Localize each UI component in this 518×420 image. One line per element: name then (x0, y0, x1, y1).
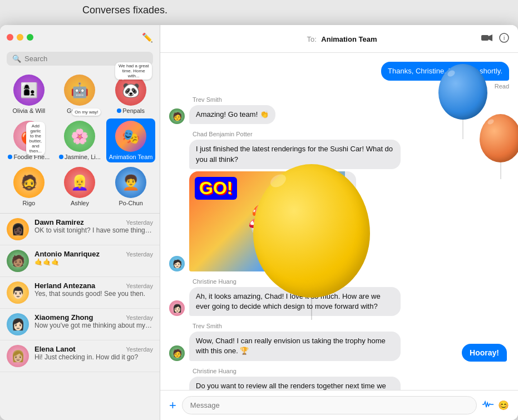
read-label: Read (169, 83, 509, 90)
bubble-christine-1: Ah, it looks amazing, Chad! I love it so… (189, 287, 401, 316)
app-window: ✏️ 🔍 👩‍👦 Olivia & Will 🤖 (0, 25, 518, 420)
sender-name-christine-1: Christine Huang (193, 278, 509, 285)
convo-avatar-antonio: 🧑🏽 (7, 250, 29, 272)
sushi-car-emoji: 🍣 (243, 198, 291, 244)
compose-button[interactable]: ✏️ (142, 32, 153, 43)
minimize-button[interactable] (17, 34, 23, 41)
convo-name-antonio: Antonio Manriquez (34, 250, 100, 258)
msg-avatar-trev: 🧑 (169, 108, 185, 124)
jasmine-bubble: On my way! (72, 108, 101, 116)
convo-name-xiaomeng: Xiaomeng Zhong (34, 313, 93, 322)
pinned-item-po-chun[interactable]: 🧑‍🦱 Po-Chun (106, 165, 155, 209)
convo-item-dawn[interactable]: 👩🏿 Dawn Ramirez Yesterday OK to visit to… (0, 214, 160, 245)
convo-item-herland[interactable]: 👨🏻 Herland Antezana Yesterday Yes, that … (0, 277, 160, 309)
sticker-z: Zz (309, 172, 330, 194)
convo-time-elena: Yesterday (126, 346, 153, 353)
convo-preview-dawn: OK to visit tonight? I have some things … (34, 226, 153, 234)
traffic-lights (7, 34, 33, 41)
pinned-item-penpals[interactable]: 🐼 We had a great time. Home with... Penp… (106, 72, 155, 116)
msg-avatar-chad: 🧑🏻 (169, 256, 185, 271)
sushi-car-image: GO! Zz 🍣 (189, 171, 345, 271)
pinned-name-penpals: Penpals (117, 107, 145, 114)
convo-time-antonio: Yesterday (126, 251, 153, 258)
convo-time-xiaomeng: Yesterday (126, 314, 153, 321)
maximize-button[interactable] (27, 34, 33, 41)
message-input[interactable] (182, 396, 477, 414)
convo-name-dawn: Dawn Ramirez (34, 218, 84, 226)
close-button[interactable] (7, 34, 13, 41)
pinned-avatar-po-chun: 🧑‍🦱 (115, 167, 146, 198)
chat-header: To: Animation Team i (160, 25, 518, 53)
pinned-avatar-guillermo: 🤖 (64, 75, 95, 106)
message-group-sent-1: Thanks, Christine. I'll review shortly. … (169, 62, 509, 90)
convo-avatar-elena: 👩🏼 (7, 345, 29, 367)
pinned-avatar-penpals: 🐼 We had a great time. Home with... (115, 75, 146, 106)
bubble-trev-2: Wow, Chad! I can really envision us taki… (189, 332, 401, 360)
message-row-christine-2: 👩🏻 Do you want to review all the renders… (169, 377, 509, 391)
message-group-chad: Chad Benjamin Potter 🧑🏻 I just finished … (169, 131, 509, 271)
message-row-trev-2: 🧑 Wow, Chad! I can really envision us ta… (169, 332, 509, 360)
penpals-bubble: We had a great time. Home with... (115, 62, 152, 80)
sender-name-trev: Trev Smith (193, 96, 509, 103)
search-icon: 🔍 (12, 55, 21, 63)
convo-item-xiaomeng[interactable]: 👩🏻 Xiaomeng Zhong Yesterday Now you've g… (0, 309, 160, 340)
video-call-button[interactable] (481, 33, 492, 45)
messages-area: Thanks, Christine. I'll review shortly. … (160, 53, 518, 390)
message-row-sent-1: Thanks, Christine. I'll review shortly. (169, 62, 509, 81)
convo-content-herland: Herland Antezana Yesterday Yes, that sou… (34, 281, 153, 298)
pinned-name-olivia-will: Olivia & Will (12, 107, 45, 114)
add-attachment-button[interactable]: + (169, 398, 176, 413)
chat-header-title: To: Animation Team (203, 34, 481, 44)
pinned-item-jasmine[interactable]: 🌸 On my way! Jasmine, Li... (56, 118, 105, 162)
convo-content-dawn: Dawn Ramirez Yesterday OK to visit tonig… (34, 218, 153, 234)
pinned-item-ashley[interactable]: 👱‍♀️ Ashley (56, 165, 105, 209)
convo-time-dawn: Yesterday (126, 219, 153, 226)
bubble-chad-text: I just finished the latest renderings fo… (189, 140, 401, 169)
convo-item-elena[interactable]: 👩🏼 Elena Lanot Yesterday Hi! Just checki… (0, 340, 160, 372)
sender-name-chad: Chad Benjamin Potter (193, 131, 509, 137)
chat-recipient: Animation Team (321, 35, 377, 43)
msg-avatar-christine: 👩🏻 (169, 300, 185, 316)
pinned-avatar-jasmine: 🌸 On my way! (64, 121, 95, 152)
input-right-icons: 😊 (482, 400, 509, 411)
svg-text:i: i (504, 35, 505, 41)
message-group-christine-2: Christine Huang 👩🏻 Do you want to review… (169, 368, 509, 391)
pinned-item-olivia-will[interactable]: 👩‍👦 Olivia & Will (4, 72, 53, 116)
foodie-bubble: Add garlic to the butter, and then... (26, 122, 45, 155)
chat-area: To: Animation Team i (160, 25, 518, 420)
convo-item-antonio[interactable]: 🧑🏽 Antonio Manriquez Yesterday 🤙🤙🤙 (0, 245, 160, 277)
bubble-trev-1: Amazing! Go team! 👏 (189, 105, 275, 124)
convo-avatar-dawn: 👩🏿 (7, 218, 29, 240)
emoji-button[interactable]: 😊 (498, 400, 509, 411)
pinned-avatar-ashley: 👱‍♀️ (64, 167, 95, 198)
pinned-tooltip-label: Converses fixades. (82, 4, 167, 16)
search-input[interactable] (24, 55, 147, 63)
convo-preview-antonio: 🤙🤙🤙 (34, 258, 153, 266)
pinned-name-animation-team: Animation Team (109, 154, 153, 160)
pinned-grid: 👩‍👦 Olivia & Will 🤖 Guillermo 🐼 We had a (4, 72, 155, 162)
convo-name-herland: Herland Antezana (34, 281, 95, 290)
pinned-name-rigo: Rigo (23, 200, 36, 206)
message-group-christine-1: Christine Huang 👩🏻 Ah, it looks amazing,… (169, 278, 509, 316)
convo-avatar-xiaomeng: 👩🏻 (7, 313, 29, 335)
message-row-trev-1: 🧑 Amazing! Go team! 👏 (169, 105, 509, 124)
pinned-item-foodie[interactable]: Add garlic to the butter, and then... 🍎 … (4, 118, 53, 162)
chat-header-actions: i (481, 33, 509, 45)
convo-preview-herland: Yes, that sounds good! See you then. (34, 290, 153, 298)
pinned-item-rigo[interactable]: 🧔 Rigo (4, 165, 53, 209)
pinned-name-po-chun: Po-Chun (119, 200, 142, 206)
info-button[interactable]: i (499, 33, 509, 45)
convo-preview-elena: Hi! Just checking in. How did it go? (34, 353, 153, 361)
chat-input-area: + 😊 (160, 390, 518, 420)
pinned-name-jasmine: Jasmine, Li... (59, 154, 101, 160)
sender-name-christine-2: Christine Huang (193, 368, 509, 374)
media-bubble-chad: GO! Zz 🍣 (189, 171, 356, 271)
pinned-item-animation-team[interactable]: 🎭 Animation Team (106, 118, 155, 162)
audio-wave-button[interactable] (482, 401, 494, 411)
bubble-christine-2: Do you want to review all the renders to… (189, 377, 401, 391)
bubble-sent-1: Thanks, Christine. I'll review shortly. (381, 62, 509, 81)
convo-content-xiaomeng: Xiaomeng Zhong Yesterday Now you've got … (34, 313, 153, 329)
convo-avatar-herland: 👨🏻 (7, 281, 29, 304)
chat-to-label: To: (307, 35, 317, 43)
svg-rect-0 (481, 35, 489, 41)
